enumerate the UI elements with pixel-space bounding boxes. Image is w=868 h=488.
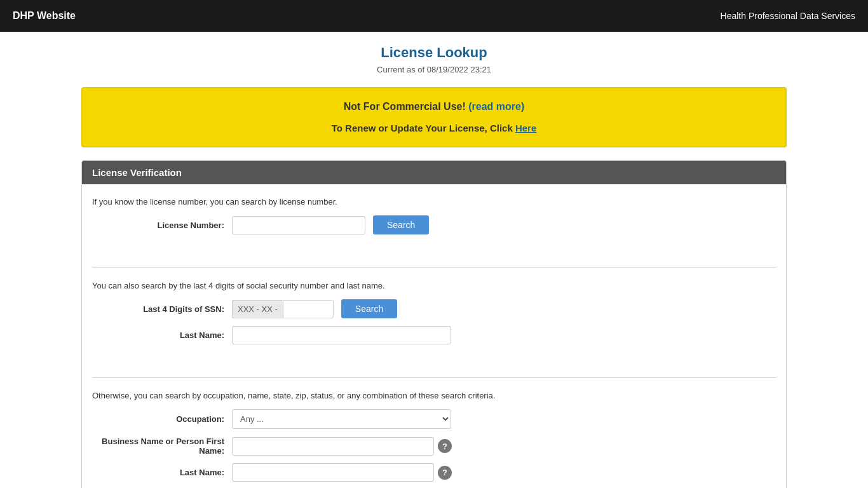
ssn-input-wrapper: XXX - XX - bbox=[232, 300, 334, 318]
notice-renew-text: To Renew or Update Your License, Click bbox=[332, 123, 515, 133]
verification-body: If you know the license number, you can … bbox=[82, 184, 786, 488]
business-name-row: Business Name or Person First Name: ? bbox=[92, 437, 776, 456]
verification-box: License Verification If you know the lic… bbox=[81, 160, 787, 488]
license-number-input[interactable] bbox=[232, 216, 365, 234]
occupation-section: Otherwise, you can search by occupation,… bbox=[92, 377, 776, 488]
notice-box: Not For Commercial Use! (read more) To R… bbox=[81, 87, 787, 147]
last-name-info-icon[interactable]: ? bbox=[438, 466, 452, 480]
last-name-row: Last Name: ? bbox=[92, 463, 776, 482]
occupation-row: Occupation: Any ... Acupuncturist Athlet… bbox=[92, 409, 776, 429]
license-number-row: License Number: Search bbox=[92, 215, 776, 234]
license-section-desc: If you know the license number, you can … bbox=[92, 197, 776, 207]
ssn-label: Last 4 Digits of SSN: bbox=[92, 304, 232, 314]
ssn-last-name-label: Last Name: bbox=[92, 330, 232, 340]
business-name-input[interactable] bbox=[232, 437, 434, 456]
notice-line2: To Renew or Update Your License, Click H… bbox=[95, 123, 773, 133]
site-title: DHP Website bbox=[13, 10, 76, 22]
page-subtitle: Current as of 08/19/2022 23:21 bbox=[81, 65, 787, 74]
ssn-search-button[interactable]: Search bbox=[341, 299, 397, 318]
header-right-text: Health Professional Data Services bbox=[721, 11, 855, 21]
page-title: License Lookup bbox=[81, 44, 787, 61]
license-number-label: License Number: bbox=[92, 220, 232, 230]
occupation-label: Occupation: bbox=[92, 414, 232, 424]
last-name-label: Last Name: bbox=[92, 468, 232, 477]
last-name-input-wrapper: ? bbox=[232, 463, 452, 482]
notice-here-link[interactable]: Here bbox=[515, 123, 536, 133]
ssn-last-name-input[interactable] bbox=[232, 326, 451, 344]
license-number-section: If you know the license number, you can … bbox=[92, 197, 776, 255]
ssn-digits-input[interactable] bbox=[283, 300, 334, 318]
occupation-section-desc: Otherwise, you can search by occupation,… bbox=[92, 391, 776, 400]
business-name-input-wrapper: ? bbox=[232, 437, 452, 456]
ssn-section-desc: You can also search by the last 4 digits… bbox=[92, 281, 776, 290]
business-name-info-icon[interactable]: ? bbox=[438, 439, 452, 453]
business-name-label: Business Name or Person First Name: bbox=[92, 437, 232, 456]
header: DHP Website Health Professional Data Ser… bbox=[0, 0, 868, 32]
notice-commercial-text: Not For Commercial Use! bbox=[344, 101, 468, 112]
license-search-button[interactable]: Search bbox=[373, 215, 429, 234]
ssn-section: You can also search by the last 4 digits… bbox=[92, 268, 776, 365]
verification-header: License Verification bbox=[82, 161, 786, 184]
ssn-prefix: XXX - XX - bbox=[232, 300, 283, 318]
verification-title: License Verification bbox=[92, 167, 182, 178]
notice-line1: Not For Commercial Use! (read more) bbox=[95, 101, 773, 112]
occupation-select[interactable]: Any ... Acupuncturist Athletic Trainer A… bbox=[232, 409, 451, 429]
main-content: License Lookup Current as of 08/19/2022 … bbox=[69, 32, 799, 488]
notice-read-more-link[interactable]: (read more) bbox=[468, 101, 524, 112]
ssn-row: Last 4 Digits of SSN: XXX - XX - Search bbox=[92, 299, 776, 318]
last-name-input[interactable] bbox=[232, 463, 434, 482]
ssn-last-name-row: Last Name: bbox=[92, 326, 776, 344]
